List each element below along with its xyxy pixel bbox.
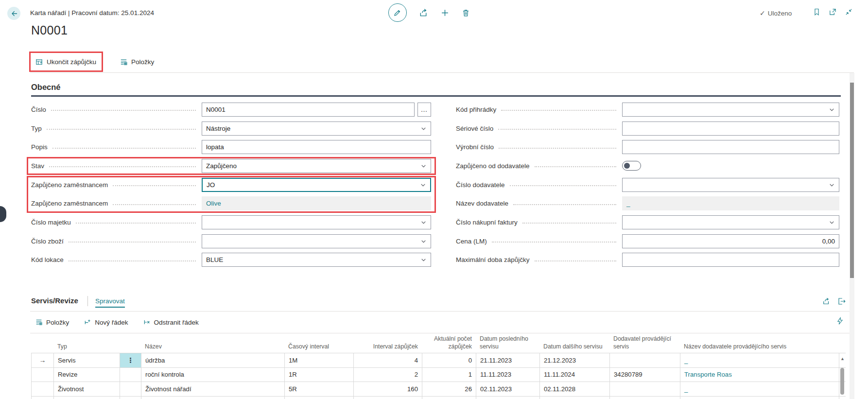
end-loan-button[interactable]: Ukončit zápůjčku (35, 58, 96, 66)
chevron-down-icon[interactable] (829, 219, 835, 226)
column-header-casovy-interval[interactable]: Časový interval (284, 343, 353, 353)
side-panel-handle[interactable] (0, 206, 6, 222)
cell-interval_zapujcek[interactable]: 2 (354, 368, 422, 382)
service-entries-button[interactable]: Položky (35, 318, 69, 326)
supplier-name-link[interactable]: _ (684, 385, 688, 393)
chevron-down-icon[interactable] (420, 219, 427, 226)
cell-typ[interactable]: Životnost (54, 382, 120, 396)
cell-datum_dalsiho[interactable]: 02.11.2028 (540, 382, 610, 396)
input-cislo-majetku[interactable] (202, 215, 431, 229)
input-cislo-nakupni-faktury[interactable] (622, 215, 839, 229)
delete-icon[interactable] (461, 8, 470, 17)
cell-datum_dalsiho[interactable]: 11.11.2024 (540, 368, 610, 382)
cell-datum_posledniho[interactable]: 02.11.2023 (476, 382, 540, 396)
chevron-down-icon[interactable] (420, 238, 427, 244)
popout-icon[interactable] (829, 8, 837, 16)
column-header-nazev-dodavatele-provadejiciho-servis[interactable]: Název dodavatele provádějícího servis (680, 343, 839, 353)
entries-button[interactable]: Položky (120, 58, 154, 66)
link-nazev-dodavatele[interactable]: _ (626, 200, 630, 207)
input-stav[interactable]: Zapůjčeno (202, 159, 431, 173)
cell-interval_zapujcek[interactable]: 160 (354, 382, 422, 396)
column-header-datum-dalsiho-servisu[interactable]: Datum dalšího servisu (539, 343, 609, 353)
row-menu[interactable]: ⋮ (120, 353, 141, 367)
new-line-button[interactable]: Nový řádek (84, 318, 128, 326)
share-icon[interactable] (822, 297, 831, 306)
input-typ[interactable]: Nástroje (202, 121, 431, 136)
table-scrollbar-thumb[interactable] (840, 368, 844, 395)
cell-datum_posledniho[interactable]: 11.11.2023 (476, 368, 540, 382)
bookmark-icon[interactable] (813, 8, 821, 16)
cell-typ[interactable]: Revize (54, 368, 120, 382)
cell-nazev[interactable]: Životnost nářadí (141, 382, 285, 396)
field-row-vyrobni-cislo: Výrobní číslo (456, 138, 839, 156)
cell-nazev_dodavatele[interactable]: _ (680, 353, 839, 367)
cell-typ[interactable]: Servis (54, 353, 120, 367)
cell-nazev[interactable]: údržba (141, 353, 285, 367)
assist-edit-button[interactable]: … (417, 103, 431, 117)
field-label-zapujceno-zamestnancem: Zapůjčeno zaměstnancem (31, 181, 108, 189)
dotted-leader (499, 148, 616, 149)
table-scroll-up-icon[interactable]: ▲ (840, 356, 845, 361)
collapse-icon[interactable] (845, 8, 853, 16)
input-cislo-zbozi[interactable] (202, 234, 431, 248)
entries-label: Položky (131, 58, 154, 66)
column-header-nazev[interactable]: Název (141, 343, 284, 353)
cell-dodavatel[interactable] (610, 382, 680, 396)
back-button[interactable] (7, 7, 20, 20)
general-left-column: ČísloN0001…TypNástrojePopislopataStavZap… (31, 100, 431, 269)
field-row-cislo-dodavatele: Číslo dodavatele (456, 175, 839, 194)
input-cena-lm[interactable]: 0,00 (622, 234, 839, 248)
supplier-name-link[interactable]: _ (684, 357, 688, 364)
page-scrollbar-thumb[interactable] (850, 83, 854, 278)
column-header-dodavatel-provadejici-servis[interactable]: Dodavatel provádějící servis (609, 335, 680, 353)
link-zapujceno-zamestnancem-2[interactable]: Olive (206, 200, 221, 207)
input-maximalni-doba-zapujcky[interactable] (622, 253, 839, 267)
input-kod-prihradky[interactable] (622, 103, 839, 117)
chevron-down-icon[interactable] (420, 182, 426, 188)
cell-dodavatel[interactable]: 34280789 (610, 368, 680, 382)
input-vyrobni-cislo[interactable] (622, 140, 839, 154)
input-seriove-cislo[interactable] (622, 121, 839, 136)
delete-line-button[interactable]: Odstranit řádek (143, 318, 199, 326)
input-zapujceno-zamestnancem[interactable]: JO (202, 178, 431, 192)
cell-dodavatel[interactable] (610, 353, 680, 367)
supplier-name-link[interactable]: Transporte Roas (684, 371, 732, 378)
cell-casovy_interval[interactable]: 1R (285, 368, 354, 382)
flow-button[interactable] (836, 317, 844, 325)
share-icon[interactable] (418, 8, 429, 18)
chevron-down-icon[interactable] (829, 106, 835, 113)
cell-datum_posledniho[interactable]: 21.11.2023 (476, 353, 540, 367)
cell-aktualni_pocet[interactable]: 1 (422, 368, 476, 382)
cell-nazev[interactable]: roční kontrola (141, 368, 285, 382)
toggle-zapujceno-od-dodavatele[interactable] (622, 161, 641, 171)
new-icon[interactable] (440, 8, 450, 17)
cell-casovy_interval[interactable]: 1M (285, 353, 354, 367)
cell-nazev_dodavatele[interactable]: Transporte Roas (680, 368, 839, 382)
column-header-aktualni-pocet-zapujcek[interactable]: Aktuální počet zápůjček (422, 335, 476, 353)
cell-datum_dalsiho[interactable]: 21.12.2023 (540, 353, 610, 367)
field-row-stav: StavZapůjčeno (31, 156, 431, 175)
manage-tab[interactable]: Spravovat (95, 297, 125, 308)
chevron-down-icon[interactable] (420, 125, 427, 132)
cell-interval_zapujcek[interactable]: 4 (354, 353, 422, 367)
cell-aktualni_pocet[interactable]: 26 (422, 382, 476, 396)
edit-button[interactable] (388, 3, 407, 22)
new-line-label: Nový řádek (95, 319, 128, 326)
cell-casovy_interval[interactable]: 5R (285, 382, 354, 396)
input-popis[interactable]: lopata (202, 140, 431, 154)
dotted-leader (69, 242, 196, 243)
chevron-down-icon[interactable] (420, 163, 427, 169)
chevron-down-icon[interactable] (420, 257, 427, 263)
field-row-popis: Popislopata (31, 138, 431, 156)
cell-nazev_dodavatele[interactable]: _ (680, 382, 839, 396)
table-row-1: →Servis⋮údržba1M4021.11.202321.12.2023_ (32, 353, 846, 368)
input-cislo[interactable]: N0001 (202, 103, 415, 117)
column-header-typ[interactable]: Typ (53, 343, 120, 353)
input-kod-lokace[interactable]: BLUE (202, 253, 431, 267)
column-header-interval-zapujcek[interactable]: Interval zápůjček (353, 343, 422, 353)
input-cislo-dodavatele[interactable] (622, 178, 839, 192)
cell-aktualni_pocet[interactable]: 0 (422, 353, 476, 367)
column-header-datum-posledniho-servisu[interactable]: Datum posledního servisu (476, 335, 539, 353)
export-icon[interactable] (837, 297, 846, 306)
chevron-down-icon[interactable] (829, 182, 835, 188)
